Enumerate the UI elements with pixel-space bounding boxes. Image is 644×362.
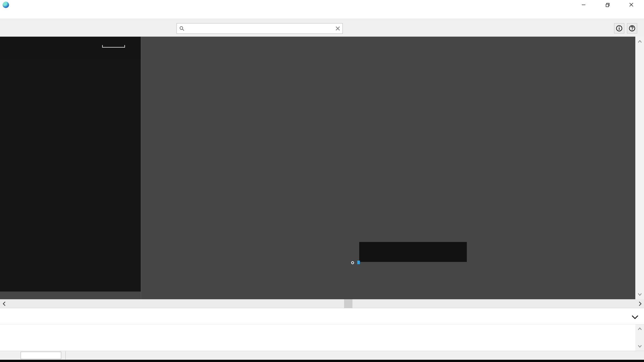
data-point-highlight — [357, 261, 360, 264]
clear-search-icon[interactable] — [336, 26, 340, 31]
window-bottom-edge — [0, 360, 644, 362]
selection-table[interactable] — [0, 324, 631, 351]
timeline-header-left — [0, 37, 141, 59]
chevron-up-icon — [638, 40, 642, 43]
scroll-right-button[interactable] — [638, 301, 643, 306]
selection-panel-header[interactable] — [0, 308, 644, 324]
timeline-vertical-scrollbar[interactable] — [635, 36, 644, 299]
app-logo-icon — [3, 2, 9, 8]
minimize-button[interactable] — [576, 0, 591, 10]
app-window — [0, 0, 644, 362]
close-icon — [630, 3, 633, 7]
scroll-down-button[interactable] — [637, 291, 643, 297]
scale-bracket-icon — [102, 45, 125, 48]
help-icon — [629, 25, 636, 32]
close-button[interactable] — [624, 0, 639, 10]
chevron-down-icon — [638, 345, 642, 348]
chevron-down-icon — [638, 293, 642, 296]
title-bar — [0, 0, 644, 10]
search-icon — [179, 26, 184, 31]
scroll-up-button[interactable] — [637, 38, 643, 44]
chevron-down-icon — [631, 315, 639, 320]
chevron-right-icon — [639, 302, 642, 306]
restore-icon — [606, 3, 610, 7]
server-memory-gauge — [21, 352, 61, 359]
minimize-icon — [582, 3, 586, 7]
table-scroll-up-button[interactable] — [637, 326, 643, 332]
restore-button[interactable] — [600, 0, 615, 10]
collapse-panel-button[interactable] — [631, 315, 639, 320]
data-point-marker — [351, 261, 354, 264]
info-button[interactable] — [614, 23, 624, 33]
timeline-view[interactable] — [0, 37, 644, 299]
timeline-horizontal-scrollbar[interactable] — [0, 299, 644, 308]
toolbar — [0, 19, 644, 37]
track-labels-panel — [0, 59, 141, 292]
panel-divider — [141, 37, 141, 299]
search-box[interactable] — [177, 23, 343, 34]
statusbar-divider — [65, 351, 66, 359]
scroll-left-button[interactable] — [1, 301, 6, 306]
selection-panel — [0, 308, 644, 351]
info-icon — [616, 25, 623, 32]
scrollbar-thumb[interactable] — [344, 299, 352, 308]
menu-bar — [0, 10, 644, 19]
help-button[interactable] — [627, 23, 637, 33]
table-scroll-down-button[interactable] — [637, 343, 643, 349]
chevron-left-icon — [3, 302, 5, 306]
table-vertical-scrollbar[interactable] — [635, 324, 644, 351]
value-tooltip — [359, 242, 467, 262]
chevron-up-icon — [638, 328, 642, 330]
status-bar — [0, 351, 644, 360]
